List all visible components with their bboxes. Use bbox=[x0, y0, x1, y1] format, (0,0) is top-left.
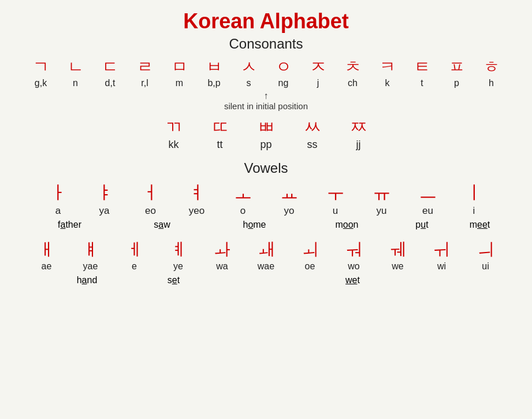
roman-char: k bbox=[385, 78, 390, 88]
vowel-roman-cell: a bbox=[35, 205, 81, 217]
roman-char: p bbox=[454, 78, 459, 88]
diphthong-hangul-cell: ㅖ bbox=[157, 238, 200, 261]
roman-char: ch bbox=[348, 78, 358, 88]
diphthong-hangul-cell: ㅞ bbox=[376, 238, 420, 261]
hangul-char: ㄷ bbox=[102, 58, 118, 76]
vowel-hangul-cell: ㅕ bbox=[174, 181, 220, 205]
diphthong-hangul-cell: ㅘ bbox=[200, 238, 244, 261]
vowels-row: ㅏㅑㅓㅕㅗㅛㅜㅠㅡㅣ bbox=[12, 181, 520, 205]
diphthong-roman-cell: oe bbox=[288, 261, 332, 273]
double-hangul: ㅃ bbox=[258, 117, 275, 136]
roman-char: t bbox=[421, 78, 423, 88]
double-roman: ss bbox=[307, 139, 318, 150]
diphthong-example: hand bbox=[44, 275, 131, 285]
double-roman: kk bbox=[169, 139, 179, 150]
vowel-example: moon bbox=[301, 220, 393, 230]
double-hangul: ㅉ bbox=[350, 117, 367, 136]
diphthongs-roman-row: aeyaeeyewawaeoewowewiui bbox=[12, 261, 520, 273]
hangul-char: ㄹ bbox=[137, 58, 153, 76]
vowel-roman-cell: o bbox=[220, 205, 266, 217]
vowel-roman-cell: yu bbox=[359, 205, 405, 217]
vowel-roman-cell: ya bbox=[81, 205, 128, 217]
vowel-hangul-cell: ㅏ bbox=[35, 181, 81, 205]
hangul-char: ㄱ bbox=[33, 58, 49, 76]
vowel-hangul-cell: ㅛ bbox=[266, 181, 312, 205]
diphthong-hangul-cell: ㅚ bbox=[288, 238, 332, 261]
roman-char: g,k bbox=[35, 78, 47, 88]
diphthong-example: set bbox=[131, 275, 217, 285]
vowel-roman-cell: eo bbox=[128, 205, 174, 217]
silent-note: ↑ silent in initial position bbox=[12, 91, 520, 111]
roman-char: d,t bbox=[105, 78, 116, 88]
vowels-roman-row: ayaeoyeooyouyueui bbox=[12, 205, 520, 217]
diphthong-roman-cell: ye bbox=[157, 261, 200, 273]
hangul-char: ㅈ bbox=[310, 58, 326, 76]
vowel-hangul-cell: ㅗ bbox=[220, 181, 266, 205]
double-consonants-container: ㄲㄸㅃㅆㅉkkttppssjj bbox=[12, 116, 520, 151]
diphthong-roman-cell: wo bbox=[332, 261, 376, 273]
vowel-roman-cell: yo bbox=[266, 205, 312, 217]
diphthong-roman-cell: wae bbox=[244, 261, 288, 273]
roman-char: j bbox=[317, 78, 319, 88]
vowel-example: saw bbox=[116, 220, 209, 230]
diphthong-roman-cell: ui bbox=[464, 261, 508, 273]
hangul-char: ㄴ bbox=[68, 58, 84, 76]
diphthong-example bbox=[396, 275, 442, 285]
vowel-roman-cell: u bbox=[312, 205, 359, 217]
diphthong-hangul-cell: ㅢ bbox=[464, 238, 508, 261]
vowel-hangul-cell: ㅑ bbox=[81, 181, 128, 205]
roman-char: s bbox=[247, 78, 251, 88]
double-hangul: ㅆ bbox=[304, 117, 321, 136]
hangul-char: ㅎ bbox=[483, 58, 500, 76]
roman-char: r,l bbox=[141, 78, 148, 88]
roman-char: m bbox=[176, 78, 183, 88]
diphthong-roman-cell: e bbox=[113, 261, 157, 273]
diphthong-hangul-cell: ㅝ bbox=[332, 238, 376, 261]
double-hangul: ㄲ bbox=[165, 117, 183, 136]
double-roman: tt bbox=[217, 139, 222, 150]
diphthong-roman-cell: wa bbox=[200, 261, 244, 273]
diphthong-roman-cell: ae bbox=[25, 261, 69, 273]
consonants-container: ㄱㄴㄷㄹㅁㅂㅅㅇㅈㅊㅋㅌㅍㅎg,knd,tr,lmb,psngjchktph bbox=[12, 57, 520, 90]
diphthong-roman-cell: we bbox=[376, 261, 420, 273]
roman-char: ng bbox=[278, 78, 289, 88]
diphthong-roman-cell: wi bbox=[420, 261, 464, 273]
diphthong-example bbox=[217, 275, 263, 285]
double-hangul: ㄸ bbox=[211, 117, 229, 136]
diphthong-example: wet bbox=[310, 275, 396, 285]
vowel-examples: fathersawhomemoonputmeet bbox=[12, 220, 520, 230]
hangul-char: ㅍ bbox=[449, 58, 465, 76]
page-title: Korean Alphabet bbox=[12, 9, 520, 34]
diphthong-hangul-cell: ㅟ bbox=[420, 238, 464, 261]
vowel-hangul-cell: ㅠ bbox=[359, 181, 405, 205]
diphthong-roman-cell: yae bbox=[69, 261, 113, 273]
hangul-char: ㅊ bbox=[345, 58, 361, 76]
vowel-hangul-cell: ㅡ bbox=[405, 181, 451, 205]
diphthong-hangul-cell: ㅐ bbox=[25, 238, 69, 261]
diphthong-hangul-cell: ㅔ bbox=[113, 238, 157, 261]
double-roman: pp bbox=[260, 139, 271, 150]
vowel-hangul-cell: ㅓ bbox=[128, 181, 174, 205]
vowel-example: home bbox=[209, 220, 301, 230]
hangul-char: ㅇ bbox=[276, 58, 292, 76]
consonants-heading: Consonants bbox=[12, 36, 520, 52]
roman-char: n bbox=[73, 78, 78, 88]
vowel-hangul-cell: ㅜ bbox=[312, 181, 359, 205]
double-roman: jj bbox=[356, 139, 361, 150]
diphthongs-hangul-row: ㅐㅒㅔㅖㅘㅙㅚㅝㅞㅟㅢ bbox=[12, 238, 520, 261]
diphthong-example bbox=[263, 275, 310, 285]
vowel-roman-cell: yeo bbox=[174, 205, 220, 217]
hangul-char: ㅂ bbox=[206, 58, 222, 76]
roman-char: b,p bbox=[207, 78, 220, 88]
vowel-example: meet bbox=[451, 220, 509, 230]
hangul-char: ㅅ bbox=[241, 58, 257, 76]
vowel-roman-cell: i bbox=[451, 205, 497, 217]
diphthong-hangul-cell: ㅒ bbox=[69, 238, 113, 261]
diphthong-example bbox=[442, 275, 489, 285]
diphthong-examples-row: handsetwet bbox=[12, 275, 520, 285]
vowel-example: father bbox=[24, 220, 116, 230]
vowel-hangul-cell: ㅣ bbox=[451, 181, 497, 205]
hangul-char: ㅋ bbox=[380, 58, 396, 76]
roman-char: h bbox=[489, 78, 494, 88]
vowels-heading: Vowels bbox=[12, 160, 520, 176]
